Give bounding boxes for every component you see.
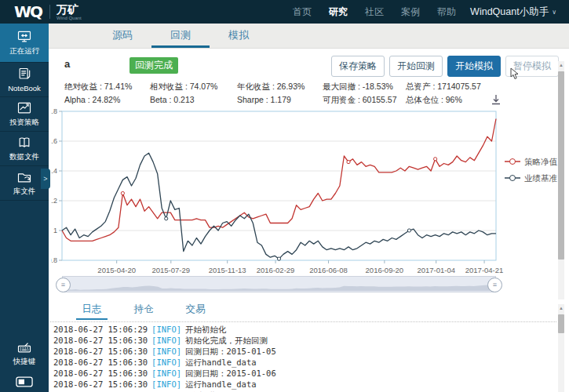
- svg-text:1: 1: [53, 227, 57, 234]
- svg-text:2015-11-13: 2015-11-13: [209, 266, 246, 274]
- nav-item-研究[interactable]: 研究: [329, 5, 348, 19]
- sidebar-item-label: NoteBook: [8, 84, 41, 93]
- sidebar-item-label: 快捷键: [13, 357, 36, 367]
- nav-item-帮助[interactable]: 帮助: [437, 5, 456, 19]
- log-divider: [50, 321, 556, 322]
- logo-en-label: Wind Quant: [57, 16, 82, 20]
- library-files-icon: [16, 169, 32, 185]
- download-icon[interactable]: [491, 94, 502, 105]
- assistant-menu[interactable]: WindQuant小助手 ∨: [470, 5, 556, 19]
- legend-item-策略净值[interactable]: 策略净值: [505, 157, 558, 166]
- log-level-badge: [INFO]: [151, 347, 181, 356]
- bottom-tab-日志[interactable]: 日志: [76, 299, 108, 320]
- sidebar-item-NoteBook[interactable]: NoteBook: [0, 63, 49, 97]
- log-timestamp: 2018-06-27 15:06:29: [53, 325, 148, 334]
- legend-item-业绩基准[interactable]: 业绩基准: [505, 173, 558, 183]
- svg-text:2016-09-20: 2016-09-20: [366, 266, 404, 274]
- stat-Beta: Beta : 0.213: [150, 93, 237, 107]
- log-level-badge: [INFO]: [151, 358, 181, 367]
- svg-text:1.6: 1.6: [51, 137, 57, 145]
- log-message: 运行handle_data: [185, 379, 257, 389]
- log-message: 回测日期：2015-01-06: [185, 368, 276, 378]
- stat-总资产: 总资产 : 1714075.57: [406, 80, 547, 93]
- log-timestamp: 2018-06-27 15:06:30: [53, 347, 148, 356]
- sidebar-bottom: 快捷键: [0, 336, 49, 390]
- stats-row: Alpha : 24.82%Beta : 0.213Sharpe : 1.179…: [64, 93, 547, 107]
- svg-text:0.8: 0.8: [51, 256, 57, 264]
- scroll-up-icon[interactable]: ▲: [558, 304, 564, 312]
- nav-item-首页[interactable]: 首页: [293, 5, 312, 19]
- sidebar: 正在运行NoteBook投资策略数据文件库文件 快捷键: [0, 24, 49, 392]
- main-scrollbar[interactable]: ▲: [558, 61, 564, 299]
- stat-年化收益: 年化收益 : 26.93%: [237, 80, 323, 93]
- 开始模拟-button[interactable]: 开始模拟: [447, 56, 501, 77]
- svg-text:策略净值: 策略净值: [524, 157, 558, 166]
- 保存策略-button[interactable]: 保存策略: [331, 56, 385, 77]
- topbar: WQ 万矿 Wind Quant 首页研究社区案例帮助 WindQuant小助手…: [0, 0, 569, 24]
- logo-divider: [49, 5, 50, 19]
- stat-最大回撤: 最大回撤 : -18.53%: [323, 80, 406, 93]
- svg-text:2017-04-21: 2017-04-21: [465, 266, 504, 274]
- svg-text:2015-04-20: 2015-04-20: [97, 266, 136, 274]
- brush-silhouette: [63, 277, 495, 292]
- stat-相对收益: 相对收益 : 74.07%: [150, 80, 237, 93]
- topbar-nav: 首页研究社区案例帮助: [293, 5, 456, 19]
- stat-可用资金: 可用资金 : 60155.57: [323, 93, 406, 107]
- 开始回测-button[interactable]: 开始回测: [389, 56, 443, 77]
- log-line: 2018-06-27 15:06:30[INFO]运行handle_data: [53, 379, 556, 390]
- tab-源码[interactable]: 源码: [93, 24, 151, 48]
- toolbar-buttons: 保存策略开始回测开始模拟暂停模拟: [331, 56, 559, 77]
- log-message: 开始初始化: [185, 325, 227, 334]
- sidebar-item-数据文件[interactable]: 数据文件: [0, 132, 49, 166]
- sidebar-item-label: 正在运行: [9, 46, 39, 56]
- logo-text: 万矿 Wind Quant: [57, 4, 82, 20]
- main-panel: 源码回测模拟 a 回测完成 保存策略开始回测开始模拟暂停模拟 绝对收益 : 71…: [49, 24, 569, 392]
- keyboard-icon: [16, 339, 32, 355]
- tab-模拟[interactable]: 模拟: [210, 24, 268, 48]
- sidebar-item-正在运行[interactable]: 正在运行: [0, 24, 49, 63]
- log-line: 2018-06-27 15:06:30[INFO]运行handle_data: [53, 357, 556, 368]
- stat-Alpha: Alpha : 24.82%: [64, 93, 150, 107]
- brush-handle-left[interactable]: ≡: [56, 278, 71, 292]
- log-list: 2018-06-27 15:06:29[INFO]开始初始化2018-06-27…: [53, 324, 556, 392]
- bottom-tab-交易[interactable]: 交易: [180, 299, 211, 320]
- scroll-up-icon[interactable]: ▲: [558, 61, 564, 69]
- strategy-chart-icon: [16, 100, 32, 116]
- mini-screen-icon[interactable]: [16, 376, 33, 387]
- main-scroll-thumb[interactable]: [558, 71, 564, 260]
- sidebar-item-投资策略[interactable]: 投资策略: [0, 97, 49, 132]
- nav-item-案例[interactable]: 案例: [401, 5, 420, 19]
- log-line: 2018-06-27 15:06:29[INFO]开始初始化: [53, 324, 556, 335]
- log-scroll-thumb[interactable]: [558, 314, 564, 333]
- log-scrollbar[interactable]: ▲: [558, 304, 564, 392]
- tab-回测[interactable]: 回测: [151, 24, 210, 48]
- sidebar-bottom-items: 快捷键: [0, 336, 49, 370]
- brush-handle-right[interactable]: ≡: [487, 278, 502, 292]
- svg-text:1.2: 1.2: [51, 197, 57, 205]
- sidebar-collapse-handle[interactable]: >: [41, 169, 50, 189]
- log-level-badge: [INFO]: [151, 368, 181, 378]
- stats-row: 绝对收益 : 71.41%相对收益 : 74.07%年化收益 : 26.93%最…: [64, 80, 547, 93]
- datazoom-brush[interactable]: ≡ ≡: [62, 276, 496, 292]
- svg-text:2015-07-29: 2015-07-29: [151, 266, 190, 274]
- windquant-logo[interactable]: WQ: [14, 2, 42, 21]
- log-line: 2018-06-27 15:06:30[INFO]回测日期：2015-01-06: [53, 368, 556, 379]
- notebook-icon: [16, 67, 32, 82]
- sidebar-item-快捷键[interactable]: 快捷键: [0, 336, 49, 370]
- 暂停模拟-button: 暂停模拟: [505, 56, 559, 77]
- sidebar-item-label: 数据文件: [9, 152, 39, 162]
- log-message: 运行handle_data: [185, 358, 257, 367]
- svg-text:2016-02-29: 2016-02-29: [257, 266, 295, 274]
- bottom-tab-持仓[interactable]: 持仓: [128, 299, 159, 320]
- tabstrip: 源码回测模拟: [49, 24, 569, 49]
- stat-Sharpe: Sharpe : 1.179: [237, 93, 323, 107]
- log-message: 回测日期：2015-01-05: [185, 347, 276, 356]
- log-line: 2018-06-27 15:06:30[INFO]初始化完成，开始回测: [53, 335, 556, 346]
- log-message: 初始化完成，开始回测: [185, 336, 268, 345]
- svg-text:2016-06-08: 2016-06-08: [309, 266, 348, 274]
- assistant-label: WindQuant小助手: [470, 5, 549, 19]
- svg-text:1.8: 1.8: [51, 107, 57, 115]
- log-timestamp: 2018-06-27 15:06:30: [53, 358, 148, 367]
- performance-chart: 0.811.21.41.61.82015-04-202015-07-292015…: [51, 107, 560, 274]
- nav-item-社区[interactable]: 社区: [365, 5, 384, 19]
